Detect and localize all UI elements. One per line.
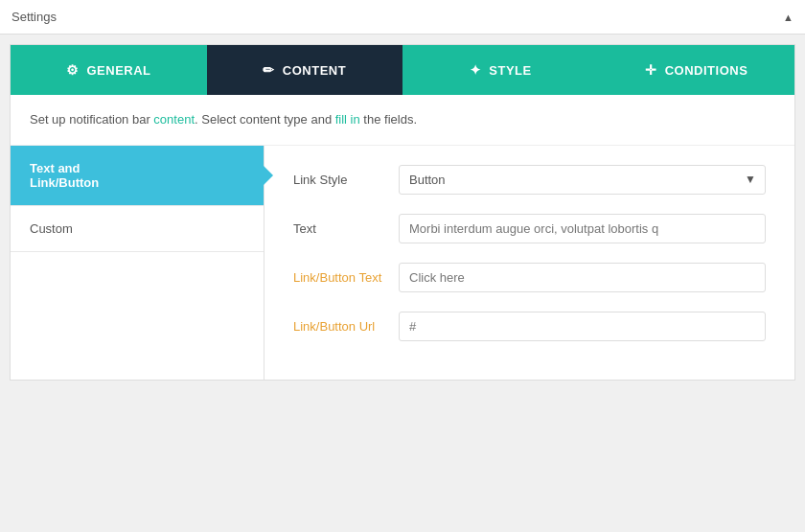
form-row-link-style: Link Style Button Link None ▼ (293, 165, 766, 195)
settings-bar: Settings ▲ (0, 0, 805, 35)
sidebar-item-text-link[interactable]: Text and Link/Button (11, 146, 264, 206)
tab-style-label: STYLE (489, 63, 531, 78)
form-row-link-button-text: Link/Button Text (293, 263, 766, 292)
form-area: Link Style Button Link None ▼ Text (264, 146, 794, 380)
link-style-select[interactable]: Button Link None (399, 165, 766, 195)
fill-link[interactable]: fill in (335, 112, 360, 127)
label-text: Text (293, 214, 399, 236)
description-bar: Set up notification bar content. Select … (11, 95, 794, 146)
settings-arrow: ▲ (783, 12, 794, 23)
conditions-icon: ✛ (645, 62, 657, 78)
link-button-url-input[interactable] (399, 312, 766, 341)
link-button-text-input[interactable] (399, 263, 766, 292)
content-link[interactable]: content (153, 112, 195, 127)
tab-style[interactable]: ✦ STYLE (402, 45, 599, 95)
style-icon: ✦ (470, 62, 482, 78)
sidebar-item-text-link-label-1: Text and (30, 161, 244, 175)
main-container: ⚙ GENERAL ✏ CONTENT ✦ STYLE ✛ CONDITIONS… (10, 44, 795, 381)
settings-title: Settings (12, 10, 57, 24)
label-link-style: Link Style (293, 165, 399, 187)
form-row-link-button-url: Link/Button Url (293, 312, 766, 341)
tab-conditions-label: CONDITIONS (665, 63, 748, 78)
gear-icon: ⚙ (66, 62, 80, 78)
description-text: Set up notification bar content. Select … (30, 112, 417, 127)
sidebar-item-custom[interactable]: Custom (11, 206, 264, 252)
tab-content[interactable]: ✏ CONTENT (207, 45, 403, 95)
content-area: Text and Link/Button Custom Link Style B… (11, 146, 794, 380)
tab-conditions[interactable]: ✛ CONDITIONS (599, 45, 795, 95)
tab-general-label: GENERAL (86, 63, 150, 78)
sidebar-item-custom-label: Custom (30, 221, 73, 236)
label-link-button-url: Link/Button Url (293, 312, 399, 334)
sidebar-item-text-link-label-2: Link/Button (30, 175, 244, 190)
tab-general[interactable]: ⚙ GENERAL (11, 45, 207, 95)
label-link-button-text: Link/Button Text (293, 263, 399, 285)
tab-bar: ⚙ GENERAL ✏ CONTENT ✦ STYLE ✛ CONDITIONS (11, 45, 794, 95)
form-row-text: Text (293, 214, 766, 243)
text-input[interactable] (399, 214, 766, 243)
sidebar: Text and Link/Button Custom (11, 146, 264, 380)
tab-content-label: CONTENT (283, 63, 346, 78)
link-style-select-wrapper: Button Link None ▼ (399, 165, 766, 195)
pencil-icon: ✏ (263, 62, 275, 78)
